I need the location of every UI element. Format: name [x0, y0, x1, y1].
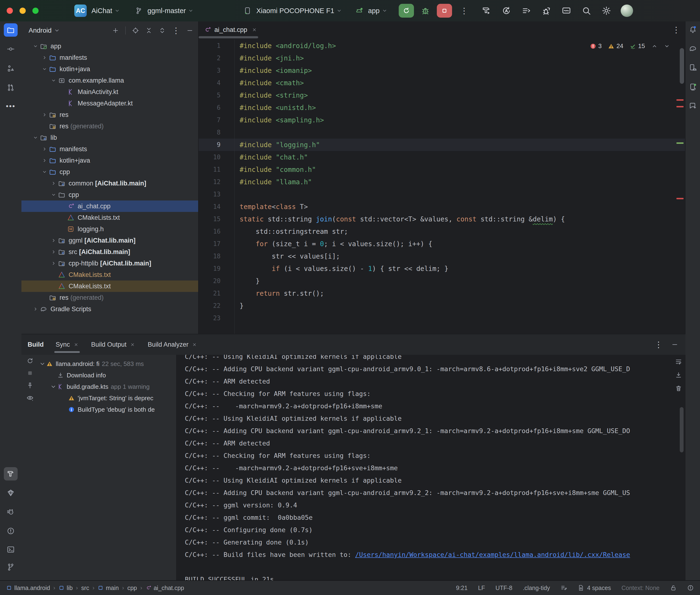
hide-panel-icon[interactable] — [671, 341, 678, 348]
more-tool-windows-button[interactable]: ••• — [4, 100, 18, 113]
code-line[interactable]: 12#include "llama.h" — [199, 176, 685, 188]
build-project-button[interactable] — [482, 6, 491, 16]
close-window-button[interactable] — [7, 8, 13, 14]
sync-tree-row[interactable]: 'jvmTarget: String' is deprec — [39, 392, 176, 404]
caret-position[interactable]: 9:21 — [456, 585, 468, 591]
line-number[interactable]: 12 — [199, 178, 221, 186]
expand-all-icon[interactable] — [145, 27, 152, 34]
run-configuration-selector[interactable]: app — [355, 7, 387, 15]
commit-tool-window-button[interactable] — [4, 42, 18, 56]
sync-tree-row[interactable]: build.gradle.ktsapp 1 warning — [39, 381, 176, 392]
line-number[interactable]: 7 — [199, 116, 221, 123]
project-tree-row[interactable]: CMakeLists.txt — [22, 212, 198, 223]
indent-size[interactable]: 4 spaces — [587, 585, 611, 591]
code-line[interactable]: 14template<class T> — [199, 200, 685, 213]
panel-options-icon[interactable]: ⋮ — [654, 340, 663, 349]
build-output-console[interactable]: C/C++: -- Using KleidiAI optimized kerne… — [177, 355, 685, 580]
breadcrumb-item[interactable]: cpp — [128, 585, 137, 591]
close-tab-icon[interactable] — [130, 342, 135, 347]
locate-file-icon[interactable] — [132, 27, 139, 34]
line-number[interactable]: 23 — [199, 314, 221, 322]
hide-panel-icon[interactable] — [186, 27, 193, 34]
more-run-options-icon[interactable]: ⋮ — [460, 6, 468, 16]
new-file-plus-icon[interactable] — [112, 27, 119, 34]
minimize-window-button[interactable] — [20, 8, 26, 14]
line-number[interactable]: 15 — [199, 216, 221, 223]
code-line[interactable]: 6#include <unistd.h> — [199, 102, 685, 114]
line-number[interactable]: 9 — [199, 141, 221, 148]
file-encoding[interactable]: UTF-8 — [496, 585, 512, 591]
problems-tool-window-button[interactable] — [4, 524, 18, 538]
user-avatar[interactable] — [621, 4, 633, 17]
panel-options-icon[interactable]: ⋮ — [172, 26, 180, 35]
line-number[interactable]: 16 — [199, 228, 221, 235]
error-stripe-mark[interactable] — [676, 106, 683, 107]
build-tab-build-analyzer[interactable]: Build Analyzer — [148, 341, 197, 348]
line-number[interactable]: 2 — [199, 55, 221, 62]
editor-tab-ai-chat-cpp[interactable]: ai_chat.cpp — [199, 22, 262, 38]
line-number[interactable]: 11 — [199, 166, 221, 173]
context-indicator[interactable]: Context: None — [621, 585, 660, 591]
sync-project-gradle-icon[interactable] — [502, 6, 511, 16]
project-tree-row[interactable]: cpp — [22, 189, 198, 200]
rerun-button[interactable] — [399, 4, 414, 18]
line-number[interactable]: 13 — [199, 191, 221, 198]
project-tool-window-button[interactable] — [4, 23, 18, 37]
line-number[interactable]: 18 — [199, 253, 221, 260]
editor-tab-options-icon[interactable]: ⋮ — [672, 25, 680, 34]
settings-gear-icon[interactable] — [601, 6, 611, 16]
close-tab-icon[interactable] — [252, 27, 257, 32]
soft-wrap-icon[interactable] — [675, 358, 682, 365]
sync-tree-row[interactable]: BuildType 'debug' is both de — [39, 404, 176, 415]
code-line[interactable]: 7#include <sampling.h> — [199, 114, 685, 126]
line-number[interactable]: 22 — [199, 302, 221, 309]
project-tree-row[interactable]: src[AiChat.lib.main] — [22, 246, 198, 258]
collapse-all-icon[interactable] — [159, 27, 166, 34]
project-tree-row[interactable]: kotlin+java — [22, 63, 198, 75]
line-number[interactable]: 4 — [199, 79, 221, 86]
zoom-window-button[interactable] — [32, 8, 38, 14]
code-line[interactable]: 4#include <cmath> — [199, 77, 685, 89]
code-line[interactable]: 16 std::ostringstream str; — [199, 225, 685, 237]
project-tree-row[interactable]: MainActivity.kt — [22, 86, 198, 97]
clang-tidy-profile[interactable]: .clang-tidy — [523, 585, 550, 591]
close-tab-icon[interactable] — [192, 342, 197, 347]
console-scrollbar-thumb[interactable] — [680, 407, 683, 452]
editor-scrollbar-thumb[interactable] — [680, 48, 684, 84]
code-line[interactable]: 5#include <string> — [199, 89, 685, 102]
project-tree-row[interactable]: res(generated) — [22, 120, 198, 132]
error-stripe-mark[interactable] — [676, 99, 683, 101]
line-number[interactable]: 17 — [199, 240, 221, 247]
app-quality-insights-button[interactable] — [4, 486, 18, 500]
preview-eye-icon[interactable] — [26, 394, 34, 401]
pull-requests-tool-window-button[interactable] — [4, 81, 18, 94]
code-line[interactable]: 8 — [199, 126, 685, 139]
code-line[interactable]: 3#include <iomanip> — [199, 64, 685, 77]
code-style-icon[interactable] — [560, 585, 567, 591]
project-tree-row[interactable]: manifests — [22, 143, 198, 155]
device-selector[interactable]: Xiaomi POCOPHONE F1 — [244, 7, 342, 15]
search-everywhere-icon[interactable] — [582, 6, 591, 16]
line-number[interactable]: 1 — [199, 42, 221, 49]
project-tree-row[interactable]: cpp — [22, 166, 198, 178]
line-number[interactable]: 10 — [199, 153, 221, 161]
sync-tree-row[interactable]: Download info — [39, 370, 176, 381]
breadcrumb-item[interactable]: src — [81, 585, 89, 591]
code-line[interactable]: 18 str << values[i]; — [199, 250, 685, 262]
error-stripe-mark[interactable] — [676, 198, 683, 199]
line-number[interactable]: 20 — [199, 277, 221, 285]
project-tree-row[interactable]: kotlin+java — [22, 155, 198, 166]
project-tree-row[interactable]: cpp-httplib[AiChat.lib.main] — [22, 258, 198, 269]
line-number[interactable]: 19 — [199, 265, 221, 272]
project-tree-row[interactable]: com.example.llama — [22, 75, 198, 86]
stop-button[interactable] — [437, 4, 452, 18]
line-number[interactable]: 21 — [199, 290, 221, 297]
profiler-tool-window-button[interactable] — [4, 505, 18, 518]
breadcrumb-item[interactable]: ai_chat.cpp — [145, 585, 184, 591]
project-tree-row[interactable]: logging.h — [22, 223, 198, 235]
code-line[interactable]: 15static std::string join(const std::vec… — [199, 213, 685, 225]
project-tree-row[interactable]: CMakeLists.txt — [22, 269, 198, 281]
breadcrumb-item[interactable]: llama.android — [6, 585, 50, 591]
debug-button[interactable] — [421, 6, 430, 16]
project-tree-row[interactable]: Gradle Scripts — [22, 303, 198, 315]
